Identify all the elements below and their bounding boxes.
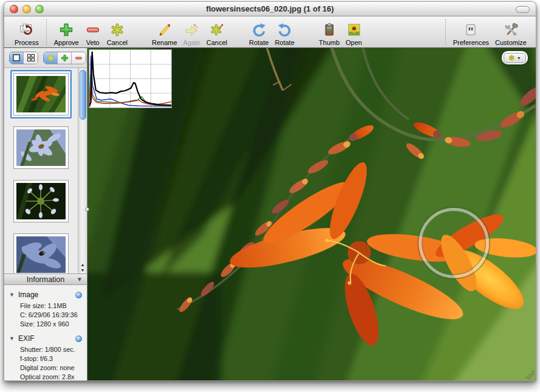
thumbnail-frame [13, 73, 69, 115]
disclosure-triangle-icon[interactable]: ▼ [9, 292, 15, 298]
info-line: Optical zoom: 2.8x [20, 373, 84, 380]
toolbar-button-rename[interactable]: Rename [149, 21, 180, 46]
image-section-header[interactable]: ▼ Image [4, 289, 87, 300]
information-panel: ▼ Image File size: 1.1MB C: 6/29/06 16:3… [4, 285, 87, 380]
histogram-grid [89, 50, 171, 108]
rotate-counterclockwise-icon [276, 21, 293, 38]
info-orb-icon[interactable] [75, 292, 82, 298]
dropdown-button[interactable]: ✱ ▼ [504, 53, 526, 63]
grid-view-icon [27, 53, 35, 62]
information-header[interactable]: Information ▼ [4, 273, 87, 285]
close-button[interactable] [10, 5, 18, 13]
disclosure-triangle-icon[interactable]: ▼ [9, 335, 15, 342]
splitter-handle[interactable] [85, 207, 89, 211]
thumbnail-frame [13, 180, 69, 222]
toolbar-label: Open [346, 39, 362, 46]
thumbnail-item-2[interactable] [10, 123, 72, 172]
window-title: flowersinsects06_020.jpg (1 of 16) [4, 4, 536, 13]
thumbnail-clipboard-icon [321, 21, 337, 38]
toolbar-button-thumb[interactable]: Thumb [316, 21, 343, 46]
rename-pencil-icon [157, 21, 173, 38]
section-title: Image [18, 291, 75, 299]
information-header-label: Information [27, 275, 65, 284]
toolbar-button-process[interactable]: Process [12, 21, 42, 46]
toolbar-button-preferences[interactable]: Preferences [450, 21, 492, 46]
thumbnail-frame [13, 233, 69, 273]
exif-section-header[interactable]: ▼ EXIF [4, 332, 87, 344]
info-line: C: 6/29/06 16:39:36 [20, 311, 84, 320]
collapse-panel-icon[interactable]: ▼ [77, 276, 83, 283]
scroll-up-arrow-icon[interactable]: ▲ [81, 263, 85, 267]
asterisk-icon: ✱ [508, 54, 514, 62]
chevron-down-icon: ▼ [517, 56, 521, 60]
section-title: EXIF [18, 334, 75, 343]
toolbar-label: Process [15, 39, 39, 46]
histogram-chart [89, 50, 171, 108]
toolbar-label: Rotate [275, 39, 294, 46]
thumbnail-frame [13, 126, 69, 169]
histogram-panel [89, 49, 172, 108]
info-line: Shutter: 1/800 sec. [20, 345, 84, 354]
thumbnail-image-agapanthus-bee [16, 129, 66, 166]
thumbnail-item-1[interactable] [10, 70, 72, 119]
process-icon [18, 21, 35, 38]
toolbar-button-open[interactable]: Open [343, 21, 365, 46]
veto-filter-icon [75, 54, 83, 62]
minimize-button[interactable] [22, 5, 31, 13]
app-window: flowersinsects06_020.jpg (1 of 16) Proce… [4, 1, 536, 381]
again-arrow-icon [183, 21, 200, 38]
toolbar: Process Approve Veto [4, 16, 536, 48]
filter-all-button[interactable] [44, 52, 58, 64]
thumbnail-item-3[interactable] [10, 177, 72, 225]
toolbar-label: Rotate [249, 39, 268, 46]
traffic-lights [10, 5, 44, 13]
thumbnail-list: ▲ ▼ [4, 67, 87, 273]
rotate-clockwise-icon [251, 21, 267, 38]
exif-section-lines: Shutter: 1/800 sec. f-stop: f/6.3 Digita… [4, 344, 87, 380]
toolbar-button-rotate-ccw[interactable]: Rotate [272, 21, 297, 46]
sidebar: ▲ ▼ Information ▼ ▼ Image File size: 1.1… [4, 48, 87, 380]
toolbar-label: Thumb [319, 39, 340, 46]
asterisk-filter-icon [47, 54, 55, 62]
image-section-lines: File size: 1.1MB C: 6/29/06 16:39:36 Siz… [4, 300, 87, 332]
toolbar-button-approve[interactable]: Approve [51, 21, 82, 46]
info-orb-icon[interactable] [75, 335, 82, 342]
sidebar-view-controls [4, 48, 87, 67]
info-line: File size: 1.1MB [20, 301, 84, 311]
toolbar-button-cancel-edit[interactable]: Cancel [203, 21, 230, 46]
thumbnail-scrollbar[interactable]: ▲ ▼ [78, 68, 87, 273]
grid-view-button[interactable] [24, 52, 38, 64]
toolbar-button-customize[interactable]: Customize [492, 21, 530, 46]
toolbar-label: Again [183, 39, 200, 46]
toolbar-button-cancel[interactable]: Cancel [104, 21, 131, 46]
single-view-button[interactable] [10, 52, 24, 64]
view-mode-control [9, 52, 38, 64]
toolbar-toggle-button[interactable] [516, 6, 530, 13]
toolbar-label: Customize [495, 39, 527, 46]
info-line: Digital zoom: none [20, 363, 84, 373]
scroll-down-arrow-icon[interactable]: ▼ [81, 269, 85, 272]
zoom-button[interactable] [35, 5, 44, 13]
toolbar-label: Rename [152, 39, 177, 46]
filter-vetoed-button[interactable] [72, 52, 86, 64]
main-image-view[interactable]: ✱ ▼ [87, 48, 536, 380]
approve-plus-icon [58, 21, 74, 38]
toolbar-label: Preferences [453, 39, 489, 46]
filter-approved-button[interactable] [58, 52, 72, 64]
open-sunflower-icon [346, 21, 362, 38]
thumbnail-item-4[interactable] [10, 230, 72, 273]
cancel-asterisk-icon [109, 21, 125, 38]
image-actions-dropdown[interactable]: ✱ ▼ [502, 51, 528, 64]
toolbar-label: Cancel [107, 39, 128, 46]
thumbnail-image-agapanthus-fly [16, 236, 66, 273]
toolbar-button-veto[interactable]: Veto [82, 21, 104, 46]
veto-minus-icon [85, 21, 101, 38]
filter-control [43, 52, 86, 64]
content-area: ▲ ▼ Information ▼ ▼ Image File size: 1.1… [4, 48, 536, 380]
scrollbar-thumb[interactable] [80, 70, 86, 120]
cancel-edit-asterisk-pencil-icon [209, 21, 225, 38]
approve-filter-icon [61, 54, 69, 62]
title-bar[interactable]: flowersinsects06_020.jpg (1 of 16) [4, 2, 536, 16]
toolbar-button-rotate-cw[interactable]: Rotate [246, 21, 272, 46]
toolbar-button-again[interactable]: Again [180, 21, 203, 46]
